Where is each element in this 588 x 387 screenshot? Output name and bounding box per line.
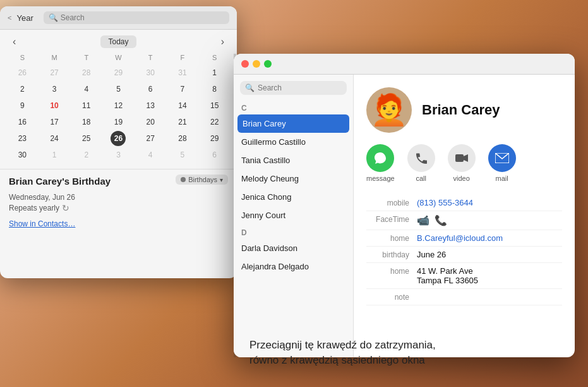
cal-day[interactable]: 18 — [79, 114, 94, 130]
calendar-today-button[interactable]: Today — [100, 35, 136, 48]
cal-day[interactable]: 2 — [79, 147, 94, 163]
caption-line-2: równo z krawędzią sąsiedniego okna — [249, 353, 579, 368]
contact-mobile-row: mobile (813) 555-3644 — [366, 195, 562, 211]
close-button[interactable] — [241, 60, 249, 68]
mail-icon — [488, 144, 516, 172]
calendar-prev-button[interactable]: ‹ — [9, 35, 20, 49]
cal-day-selected[interactable]: 26 — [111, 131, 126, 146]
cal-day[interactable]: 26 — [15, 65, 30, 80]
cal-day[interactable]: 27 — [143, 131, 158, 146]
cal-day[interactable]: 1 — [207, 65, 222, 80]
cal-day[interactable]: 22 — [207, 114, 222, 130]
cal-day[interactable]: 8 — [207, 82, 222, 97]
cal-day[interactable]: 2 — [15, 82, 30, 97]
cal-day[interactable]: 3 — [47, 82, 62, 97]
cal-day[interactable]: 24 — [47, 131, 62, 146]
cal-day[interactable]: 5 — [111, 82, 126, 97]
calendar-next-button[interactable]: › — [217, 35, 228, 49]
search-icon: 🔍 — [49, 13, 58, 22]
cal-day[interactable]: 11 — [79, 98, 94, 113]
cal-day[interactable]: 9 — [15, 98, 30, 113]
contacts-sidebar: 🔍 C Brian Carey Guillermo Castillo Tania… — [234, 75, 354, 357]
cal-day[interactable]: 3 — [111, 147, 126, 163]
cal-day[interactable]: 30 — [143, 65, 158, 80]
contact-item-melody-cheung[interactable]: Melody Cheung — [234, 169, 353, 188]
calendar-week-6: 30 1 2 3 4 5 6 — [6, 147, 231, 163]
contact-memoji: 🧑‍🦰 — [370, 95, 408, 125]
cal-day[interactable]: 5 — [175, 147, 190, 163]
day-header-thu: T — [135, 52, 167, 63]
calendar-day-headers: S M T W T F S — [6, 52, 231, 63]
cal-day[interactable]: 19 — [111, 114, 126, 130]
contacts-titlebar — [234, 54, 575, 75]
facetime-audio-icon[interactable]: 📞 — [435, 214, 447, 226]
contact-item-jenica-chong[interactable]: Jenica Chong — [234, 188, 353, 206]
contact-item-guillermo-castillo[interactable]: Guillermo Castillo — [234, 133, 353, 151]
caption-line-1: Przeciągnij tę krawędź do zatrzymania, — [249, 338, 579, 353]
call-icon — [407, 144, 435, 172]
cal-day[interactable]: 12 — [111, 98, 126, 113]
call-label: call — [416, 175, 426, 182]
contact-item-jenny-court[interactable]: Jenny Court — [234, 206, 353, 224]
contact-item-darla-davidson[interactable]: Darla Davidson — [234, 239, 353, 257]
cal-day[interactable]: 4 — [143, 147, 158, 163]
cal-day[interactable]: 6 — [207, 147, 222, 163]
cal-day[interactable]: 31 — [175, 65, 190, 80]
event-repeat-text: Repeats yearly — [9, 204, 59, 212]
message-icon — [366, 144, 394, 172]
birthday-label: birthday — [366, 250, 417, 259]
calendar-search-bar[interactable]: 🔍 — [44, 11, 229, 24]
action-call-button[interactable]: call — [407, 144, 435, 182]
mail-label: mail — [496, 175, 508, 182]
mobile-value[interactable]: (813) 555-3644 — [417, 198, 473, 207]
action-video-button[interactable]: video — [448, 144, 476, 182]
calendar-search-input[interactable] — [61, 13, 224, 22]
cal-day[interactable]: 14 — [175, 98, 190, 113]
facetime-label: FaceTime — [366, 214, 417, 224]
cal-day[interactable]: 15 — [207, 98, 222, 113]
cal-day[interactable]: 16 — [15, 114, 30, 130]
contacts-search-input[interactable] — [258, 83, 342, 92]
cal-day[interactable]: 1 — [47, 147, 62, 163]
cal-day[interactable]: 21 — [175, 114, 190, 130]
event-calendar-name: Birthdays — [188, 176, 217, 183]
email-value[interactable]: B.Careyful@icloud.com — [417, 233, 503, 243]
cal-day[interactable]: 20 — [143, 114, 158, 130]
contact-item-tania-castillo[interactable]: Tania Castillo — [234, 151, 353, 169]
action-mail-button[interactable]: mail — [488, 144, 516, 182]
day-header-sat: S — [198, 52, 231, 63]
cal-day[interactable]: 23 — [15, 131, 30, 146]
cal-day[interactable]: 7 — [175, 82, 190, 97]
cal-day[interactable]: 29 — [207, 131, 222, 146]
facetime-video-icon[interactable]: 📹 — [417, 214, 429, 226]
cal-day[interactable]: 4 — [79, 82, 94, 97]
contacts-search-bar[interactable]: 🔍 — [240, 81, 347, 95]
cal-day[interactable]: 29 — [111, 65, 126, 80]
cal-day[interactable]: 13 — [143, 98, 158, 113]
cal-day[interactable]: 27 — [47, 65, 62, 80]
svg-marker-1 — [464, 154, 468, 162]
calendar-dropdown-icon[interactable]: ▾ — [220, 176, 223, 183]
cal-day-today[interactable]: 10 — [47, 98, 62, 113]
event-calendar-badge: Birthdays ▾ — [176, 175, 228, 185]
contacts-list: C Brian Carey Guillermo Castillo Tania C… — [234, 100, 353, 357]
contacts-search-icon: 🔍 — [245, 83, 255, 92]
maximize-button[interactable] — [264, 60, 272, 68]
show-in-contacts-link[interactable]: Show in Contacts… — [9, 219, 75, 228]
message-label: message — [366, 175, 395, 182]
minimize-button[interactable] — [253, 60, 260, 68]
contact-detail-panel: 🧑‍🦰 Brian Carey message call — [354, 75, 575, 357]
contact-item-brian-carey[interactable]: Brian Carey — [237, 114, 349, 133]
cal-day[interactable]: 28 — [175, 131, 190, 146]
cal-day[interactable]: 17 — [47, 114, 62, 130]
calendar-grid: S M T W T F S 26 27 28 29 30 31 1 2 3 — [6, 52, 231, 163]
cal-day[interactable]: 28 — [79, 65, 94, 80]
action-message-button[interactable]: message — [366, 144, 395, 182]
contact-header: 🧑‍🦰 Brian Carey — [366, 87, 562, 133]
contacts-window: 🔍 C Brian Carey Guillermo Castillo Tania… — [234, 54, 575, 357]
cal-day[interactable]: 25 — [79, 131, 94, 146]
contact-item-alejandra-delgado[interactable]: Alejandra Delgado — [234, 257, 353, 276]
contact-birthday-row: birthday June 26 — [366, 247, 562, 263]
cal-day[interactable]: 30 — [15, 147, 30, 163]
cal-day[interactable]: 6 — [143, 82, 158, 97]
